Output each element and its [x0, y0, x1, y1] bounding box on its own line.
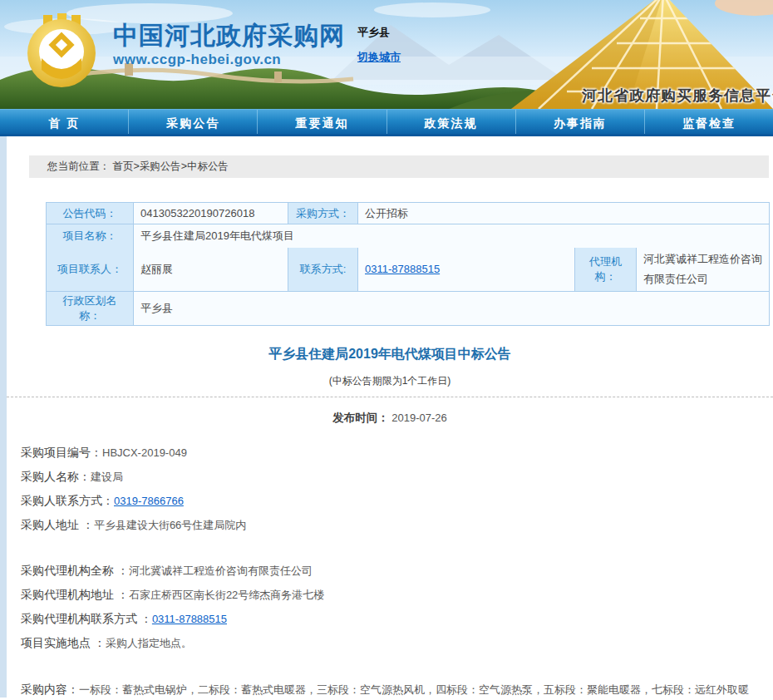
- article-subtitle: (中标公告期限为1个工作日): [7, 374, 773, 388]
- article-body: 采购项目编号：HBJCX-2019-049 采购人名称：建设局 采购人联系方式：…: [7, 441, 773, 698]
- publish-date: 2019-07-26: [391, 412, 447, 424]
- nav-item-guide[interactable]: 办事指南: [515, 110, 644, 134]
- field-purchaser-name: 采购人名称：建设局: [7, 465, 773, 489]
- project-label: 项目名称：: [47, 224, 134, 248]
- nav-item-supervision[interactable]: 监督检查: [644, 110, 773, 134]
- agency-phone-link[interactable]: 0311-87888515: [152, 613, 227, 625]
- site-name: 中国河北政府采购网: [113, 22, 345, 50]
- site-ident: 中国河北政府采购网 www.ccgp-hebei.gov.cn: [113, 22, 345, 68]
- field-agency-phone: 采购代理机构联系方式 ：0311-87888515: [7, 607, 773, 631]
- spacer: [7, 537, 773, 559]
- table-row: 行政区划名称： 平乡县: [47, 291, 770, 325]
- nav-item-notices[interactable]: 重要通知: [257, 110, 386, 134]
- field-project-number: 采购项目编号：HBJCX-2019-049: [7, 441, 773, 465]
- switch-city-link[interactable]: 切换城市: [357, 50, 401, 65]
- table-row: 项目联系人： 赵丽展 联系方式: 0311-87888515 代理机构： 河北冀…: [47, 248, 770, 292]
- code-label: 公告代码：: [47, 203, 134, 224]
- agency-label: 代理机构：: [575, 248, 637, 292]
- agency-value: 河北冀诚祥工程造价咨询有限责任公司: [637, 248, 770, 292]
- breadcrumb-separator: >: [133, 160, 139, 172]
- table-row: 项目名称： 平乡县住建局2019年电代煤项目: [47, 224, 770, 248]
- publish-label: 发布时间：: [332, 412, 389, 424]
- spacer: [7, 655, 773, 677]
- breadcrumb: 您当前位置： 首页>采购公告>中标公告: [29, 155, 769, 178]
- table-row: 公告代码： 0413053220190726018 采购方式： 公开招标: [47, 203, 770, 224]
- contact-label: 项目联系人：: [47, 248, 134, 292]
- publish-line: 发布时间： 2019-07-26: [7, 411, 773, 426]
- district-label: 行政区划名称：: [47, 291, 134, 325]
- article-title: 平乡县住建局2019年电代煤项目中标公告: [7, 346, 773, 363]
- breadcrumb-separator: >: [181, 160, 187, 172]
- contact-value: 赵丽展: [134, 248, 288, 292]
- breadcrumb-home[interactable]: 首页: [112, 160, 133, 172]
- field-implementation-site: 项目实施地点 ：采购人指定地点。: [7, 631, 773, 655]
- code-value: 0413053220190726018: [134, 203, 288, 224]
- banner-slogan: 河北省政府购买服务信息平台: [582, 86, 773, 106]
- field-procurement-content: 采购内容：一标段：蓄热式电锅炉，二标段：蓄热式电暖器，三标段：空气源热风机，四标…: [7, 677, 773, 698]
- phone-cell: 0311-87888515: [358, 248, 575, 292]
- method-label: 采购方式：: [288, 203, 358, 224]
- breadcrumb-announcements[interactable]: 采购公告: [140, 160, 181, 172]
- site-logo-icon: [23, 13, 100, 90]
- site-url: www.ccgp-hebei.gov.cn: [113, 52, 345, 68]
- dashed-divider: [7, 397, 773, 397]
- district-value: 平乡县: [134, 291, 770, 325]
- breadcrumb-prefix: 您当前位置：: [47, 160, 110, 172]
- purchaser-phone-link[interactable]: 0319-7866766: [114, 495, 184, 507]
- phone-link[interactable]: 0311-87888515: [365, 263, 440, 275]
- nav-item-policies[interactable]: 政策法规: [386, 110, 515, 134]
- project-value: 平乡县住建局2019年电代煤项目: [134, 224, 770, 248]
- main-nav: 首 页 采购公告 重要通知 政策法规 办事指南 监督检查: [0, 109, 773, 136]
- breadcrumb-award-notice[interactable]: 中标公告: [187, 160, 229, 172]
- field-purchaser-address: 采购人地址 ：平乡县建设大街66号住建局院内: [7, 513, 773, 537]
- field-agency-address: 采购代理机构地址 ：石家庄桥西区南长街22号缔杰商务港七楼: [7, 583, 773, 607]
- method-value: 公开招标: [358, 203, 770, 224]
- content-area: 您当前位置： 首页>采购公告>中标公告 公告代码： 04130532201907…: [0, 136, 773, 698]
- current-city-label: 平乡县: [357, 25, 390, 40]
- page: 中国河北政府采购网 www.ccgp-hebei.gov.cn 平乡县 切换城市…: [0, 0, 773, 700]
- field-purchaser-phone: 采购人联系方式：0319-7866766: [7, 489, 773, 513]
- phone-label: 联系方式:: [288, 248, 358, 292]
- site-banner: 中国河北政府采购网 www.ccgp-hebei.gov.cn 平乡县 切换城市…: [0, 0, 773, 109]
- announcement-info-table: 公告代码： 0413053220190726018 采购方式： 公开招标 项目名…: [46, 202, 770, 326]
- field-agency-name: 采购代理机构全称 ：河北冀诚祥工程造价咨询有限责任公司: [7, 559, 773, 583]
- nav-item-home[interactable]: 首 页: [0, 110, 128, 134]
- nav-item-announcements[interactable]: 采购公告: [128, 110, 257, 134]
